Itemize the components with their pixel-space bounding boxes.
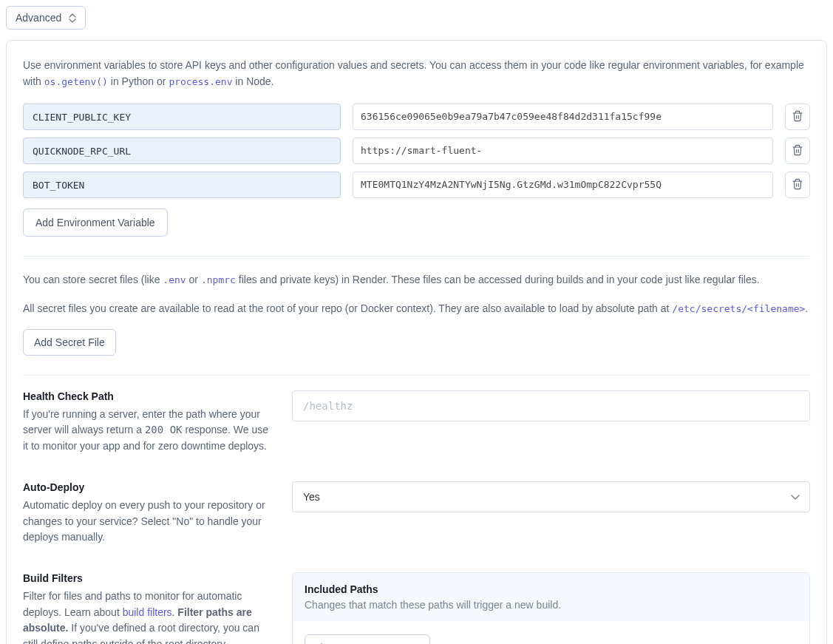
health-check-setting: Health Check Path If you're running a se… [23, 390, 810, 455]
env-variable-row [23, 138, 810, 164]
trash-icon [792, 110, 803, 124]
advanced-toggle-button[interactable]: Advanced [6, 6, 86, 30]
auto-deploy-select[interactable]: Yes [292, 481, 810, 512]
auto-deploy-title: Auto-Deploy [23, 481, 274, 493]
build-filters-title: Build Filters [23, 572, 274, 584]
health-check-input[interactable] [292, 390, 810, 421]
env-value-input[interactable] [353, 172, 773, 198]
delete-env-button[interactable] [785, 172, 810, 198]
included-paths-desc: Changes that match these paths will trig… [305, 599, 798, 611]
build-filters-link[interactable]: build filters [123, 606, 172, 618]
health-check-desc: If you're running a server, enter the pa… [23, 407, 274, 455]
env-key-input[interactable] [23, 138, 341, 164]
delete-env-button[interactable] [785, 104, 810, 130]
health-check-title: Health Check Path [23, 390, 274, 402]
auto-deploy-desc: Automatic deploy on every push to your r… [23, 498, 274, 546]
env-variable-row [23, 104, 810, 130]
env-key-input[interactable] [23, 104, 341, 130]
env-value-input[interactable] [353, 104, 773, 130]
build-filters-setting: Build Filters Filter for files and paths… [23, 572, 810, 644]
add-env-variable-button[interactable]: Add Environment Variable [23, 209, 168, 237]
env-variable-row [23, 172, 810, 198]
add-secret-file-button[interactable]: Add Secret File [23, 329, 116, 356]
included-paths-panel: Included Paths Changes that match these … [292, 572, 810, 644]
advanced-panel: Use environment variables to store API k… [6, 40, 827, 644]
env-variable-list [23, 104, 810, 198]
secret-files-para-2: All secret files you create are availabl… [23, 300, 810, 317]
auto-deploy-setting: Auto-Deploy Automatic deploy on every pu… [23, 481, 810, 546]
secret-files-para-1: You can store secret files (like .env or… [23, 271, 810, 288]
divider [23, 256, 810, 257]
trash-icon [792, 178, 803, 192]
env-intro: Use environment variables to store API k… [23, 57, 810, 90]
divider [23, 375, 810, 376]
chevron-collapse-icon [69, 13, 76, 23]
delete-env-button[interactable] [785, 138, 810, 164]
included-paths-title: Included Paths [305, 583, 798, 595]
add-included-path-button[interactable]: Add Included Path [305, 634, 430, 644]
env-key-input[interactable] [23, 172, 341, 198]
build-filters-desc: Filter for files and paths to monitor fo… [23, 589, 274, 644]
advanced-label: Advanced [16, 12, 61, 24]
trash-icon [792, 144, 803, 158]
env-value-input[interactable] [353, 138, 773, 164]
